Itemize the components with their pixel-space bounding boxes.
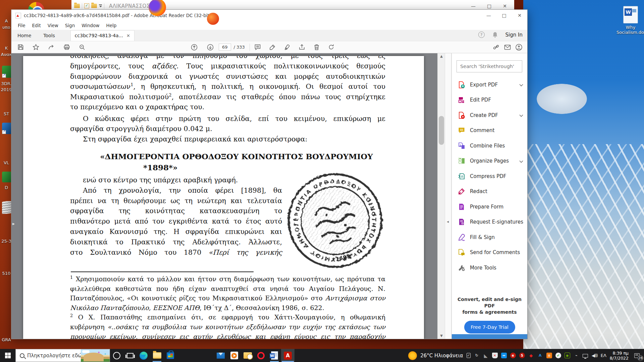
print-icon[interactable]	[61, 42, 72, 52]
tool-redact[interactable]: Redact	[452, 184, 527, 199]
next-page-icon[interactable]	[205, 42, 216, 52]
delete-pages-icon[interactable]	[311, 42, 322, 52]
scroll-down-arrow[interactable]: ▼	[438, 333, 445, 339]
save-check-icon[interactable]	[84, 3, 89, 8]
share-link-icon[interactable]	[490, 42, 502, 52]
bgwin-close-button[interactable]: ✕	[503, 3, 507, 9]
weather-status[interactable]: 26°C Ηλιοφάνεια	[420, 353, 463, 359]
tab-document[interactable]: cc3bc792-4813-4a... ✕	[70, 30, 135, 41]
usb-tray-icon[interactable]: ✓	[467, 353, 471, 358]
tool-export-pdf[interactable]: Export PDF	[452, 77, 527, 93]
e-app-tray-icon[interactable]: e	[510, 353, 516, 358]
action-center-button[interactable]: 28	[632, 351, 642, 361]
teamviewer-tray-icon[interactable]: ↔	[501, 353, 507, 358]
search-highlight-art[interactable]: ✦✦	[81, 349, 110, 362]
zoom-out-icon[interactable]	[76, 42, 88, 52]
opera-button[interactable]	[254, 349, 268, 362]
diamond-tray-icon[interactable]: ◆	[528, 353, 534, 358]
rotate-redo-icon[interactable]	[326, 42, 337, 52]
weather-sun-icon[interactable]	[408, 351, 417, 360]
folder-icon[interactable]	[91, 4, 97, 8]
store-button[interactable]	[164, 349, 177, 362]
nvidia-tray-icon[interactable]: ◉	[565, 353, 570, 358]
taskbar-search[interactable]: ✦✦	[15, 349, 110, 362]
toolbar-dropdown-icon[interactable]	[99, 4, 102, 7]
sign-in-button[interactable]: Sign In	[505, 32, 523, 38]
menu-edit[interactable]: Edit	[29, 22, 44, 29]
language-indicator[interactable]: ΕΛ	[601, 353, 606, 358]
start-button[interactable]	[0, 349, 15, 362]
tool-create-pdf[interactable]: Create PDF	[452, 108, 527, 123]
show-left-panel-arrow[interactable]: ▸	[12, 221, 15, 226]
network-tray-icon[interactable]	[583, 353, 588, 358]
bgwin-minimize-button[interactable]: —	[471, 3, 476, 9]
maximize-button[interactable]: □	[496, 10, 512, 21]
tab-tools[interactable]: Tools	[37, 31, 61, 41]
folder-clock-button[interactable]	[241, 349, 254, 362]
mail-button[interactable]	[214, 349, 227, 362]
comment-icon[interactable]	[252, 42, 263, 52]
previous-page-icon[interactable]	[189, 42, 200, 52]
scrollbar-thumb[interactable]	[439, 116, 444, 145]
chevron-down-icon[interactable]	[519, 158, 523, 164]
volume-tray-icon[interactable]: ◀)))	[592, 353, 597, 358]
bgwin-maximize-button[interactable]: □	[487, 3, 491, 9]
minimize-button[interactable]: —	[481, 10, 496, 21]
bell-icon[interactable]	[492, 32, 498, 38]
tool-compress-pdf[interactable]: Compress PDF	[452, 169, 527, 184]
tool-fill-sign[interactable]: Fill & Sign	[452, 230, 527, 245]
tool-prepare-form[interactable]: Prepare Form	[452, 199, 527, 215]
free-trial-button[interactable]: Free 7-Day Trial	[464, 321, 515, 334]
menu-file[interactable]: File	[15, 22, 29, 29]
snip-tray-icon[interactable]: ◣	[483, 353, 489, 358]
menu-view[interactable]: View	[45, 22, 61, 29]
menu-window[interactable]: Window	[78, 22, 102, 29]
antivirus-person-tray-icon[interactable]: ✔	[555, 353, 561, 358]
task-view-button[interactable]	[123, 349, 137, 362]
sync-tray-icon[interactable]: ↻	[474, 353, 480, 358]
taskbar-search-input[interactable]	[27, 353, 81, 359]
orange-doc-tray-icon[interactable]: ≡	[546, 353, 552, 358]
chevron-down-icon[interactable]	[519, 112, 523, 118]
tool-comment[interactable]: Comment	[452, 123, 527, 138]
panel-collapse-strip[interactable]: ◂	[445, 53, 451, 339]
defender-tray-icon[interactable]: ✕	[492, 353, 498, 358]
taskbar-clock[interactable]: 8:39 πμ 8/7/2022	[610, 351, 629, 361]
fill-sign-pen-icon[interactable]	[281, 42, 293, 52]
folder-icon[interactable]	[74, 4, 80, 8]
acrobat-titlebar[interactable]: cc3bc792-4813-4a89-a9c6-a7d458415b84.pdf…	[11, 10, 527, 21]
word-doc-desktop-icon[interactable]: Why Socialism.doc	[616, 6, 644, 35]
media-player-button[interactable]	[227, 349, 241, 362]
tool-edit-pdf[interactable]: Edit PDF	[452, 93, 527, 108]
vertical-scrollbar[interactable]: ▲ ▼	[437, 53, 445, 339]
chevron-down-icon[interactable]	[519, 81, 523, 88]
word-button[interactable]	[268, 349, 281, 362]
orange-app-desktop-icon[interactable]	[207, 13, 219, 25]
close-button[interactable]: ✕	[512, 10, 527, 21]
save-icon[interactable]	[15, 42, 26, 52]
share-arc-icon[interactable]	[46, 42, 57, 52]
tool-more-tools[interactable]: More Tools	[452, 260, 527, 276]
tab-home[interactable]: Home	[11, 31, 37, 41]
tool-combine-files[interactable]: Combine Files	[452, 138, 527, 154]
avatar-icon[interactable]	[513, 42, 525, 52]
send-share-icon[interactable]	[296, 42, 308, 52]
help-icon[interactable]: ?	[478, 32, 485, 38]
page-number-input[interactable]: 69	[219, 44, 231, 51]
edge-button[interactable]	[137, 349, 150, 362]
menu-help[interactable]: Help	[103, 22, 119, 29]
tools-search-input[interactable]	[457, 60, 522, 72]
tool-organize-pages[interactable]: Organize Pages	[452, 154, 527, 169]
email-icon[interactable]	[502, 42, 513, 52]
file-explorer-button[interactable]	[150, 349, 164, 362]
highlight-icon[interactable]	[267, 42, 278, 52]
tool-send-for-comments[interactable]: Send for Comments	[452, 245, 527, 260]
cortana-button[interactable]	[110, 349, 123, 362]
tab-close-icon[interactable]: ✕	[126, 33, 130, 38]
acrobat-taskbar-button[interactable]: A	[281, 349, 294, 362]
a-app-tray-icon[interactable]: A	[537, 353, 543, 358]
collapse-panel-arrow[interactable]: ◂	[447, 219, 449, 224]
s-app-tray-icon[interactable]: S	[519, 353, 525, 358]
scroll-up-arrow[interactable]: ▲	[438, 53, 445, 59]
satellite-tray-icon[interactable]: ⌁	[574, 353, 579, 358]
